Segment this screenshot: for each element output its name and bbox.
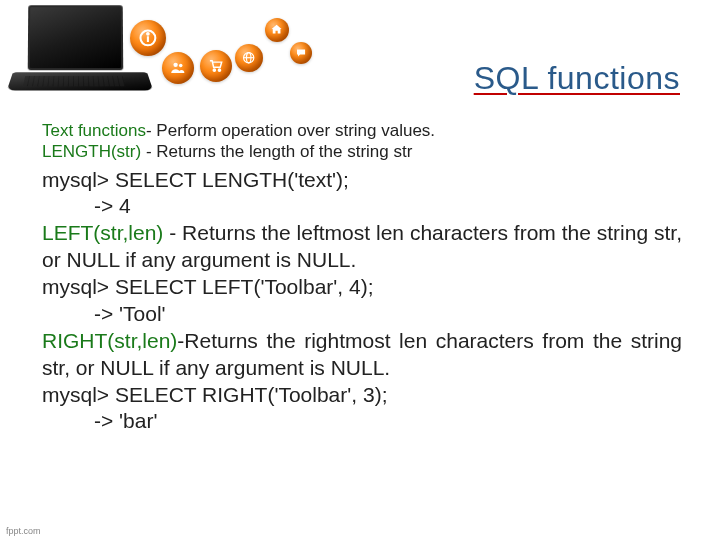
footer-credit: fppt.com [6,526,41,536]
right-line: RIGHT(str,len)-Returns the rightmost len… [42,328,682,382]
globe-icon [235,44,263,72]
right-signature: RIGHT(str,len) [42,329,177,352]
right-output: -> 'bar' [42,408,682,435]
slide-content: Text functions- Perform operation over s… [42,120,682,435]
svg-point-3 [174,63,178,67]
length-output: -> 4 [42,193,682,220]
home-icon [265,18,289,42]
left-signature: LEFT(str,len) [42,221,163,244]
laptop-illustration [10,5,150,100]
svg-point-4 [179,64,183,68]
left-line: LEFT(str,len) - Returns the leftmost len… [42,220,682,274]
length-desc: - Returns the length of the string str [141,142,412,161]
body-block: mysql> SELECT LENGTH('text'); -> 4 LEFT(… [42,167,682,436]
left-output: -> 'Tool' [42,301,682,328]
cart-icon [200,50,232,82]
length-cmd: mysql> SELECT LENGTH('text'); [42,167,682,194]
people-icon [162,52,194,84]
svg-point-2 [147,33,149,35]
svg-point-6 [219,69,221,71]
slide-title: SQL functions [474,60,680,97]
intro-block: Text functions- Perform operation over s… [42,120,682,163]
title-text: SQL functions [474,60,680,96]
text-functions-label: Text functions [42,121,146,140]
info-icon [130,20,166,56]
right-cmd: mysql> SELECT RIGHT('Toolbar', 3); [42,382,682,409]
left-cmd: mysql> SELECT LEFT('Toolbar', 4); [42,274,682,301]
header-graphic [0,0,300,105]
svg-point-5 [213,69,215,71]
text-functions-desc: - Perform operation over string values. [146,121,435,140]
length-signature: LENGTH(str) [42,142,141,161]
chat-icon [290,42,312,64]
